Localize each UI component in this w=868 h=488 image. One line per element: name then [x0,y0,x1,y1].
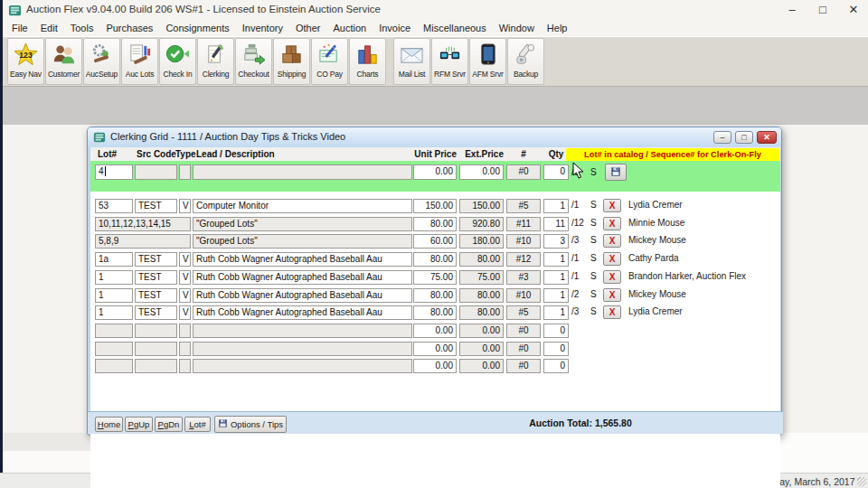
src-code-field[interactable] [135,359,177,373]
menu-item-edit[interactable]: Edit [34,21,64,35]
description-field[interactable] [193,359,412,373]
toolbar-button-clerking[interactable]: Clerking [197,38,234,85]
src-code-field[interactable]: TEST [135,288,177,303]
save-button[interactable] [605,164,627,181]
lot-field[interactable] [95,342,133,356]
entry-type-input[interactable] [179,164,191,180]
toolbar-button-rfm-srvr[interactable]: RFM Srvr [431,38,468,85]
menu-item-help[interactable]: Help [541,21,574,35]
description-field[interactable]: Ruth Cobb Wagner Autographed Baseball Aa… [193,288,412,303]
page-up-button[interactable]: PgUp [125,417,153,432]
qty-field[interactable]: 1 [543,270,569,285]
entry-unit-price-input[interactable]: 0.00 [413,164,457,180]
toolbar-button-customer[interactable]: Customer [45,38,82,85]
type-field[interactable]: V [179,252,191,267]
toolbar-button-co-pay[interactable]: CO Pay [311,38,348,85]
description-field[interactable]: Ruth Cobb Wagner Autographed Baseball Aa… [193,252,412,267]
lot-field[interactable]: 1a [95,252,133,267]
unit-price-field[interactable]: 150.00 [413,199,457,213]
menu-item-miscellaneous[interactable]: Miscellaneous [417,21,493,35]
delete-row-button[interactable]: X [603,234,621,248]
dialog-titlebar[interactable]: Clerking Grid - 1111 / Auction Day Tips … [88,127,781,147]
toolbar-button-check-in[interactable]: Check In [159,38,196,85]
menu-item-tools[interactable]: Tools [64,21,100,35]
qty-field[interactable]: 0 [543,342,569,356]
description-field[interactable]: Ruth Cobb Wagner Autographed Baseball Aa… [193,305,412,320]
minimize-button[interactable]: – [778,1,806,19]
toolbar-button-afm-srvr[interactable]: AFM Srvr [469,38,506,85]
unit-price-field[interactable]: 80.00 [413,217,457,231]
unit-price-field[interactable]: 80.00 [413,305,457,320]
delete-row-button[interactable]: X [603,199,621,212]
menu-item-consignments[interactable]: Consignments [159,21,235,35]
lot-field[interactable]: 1 [95,288,133,303]
delete-row-button[interactable]: X [603,217,621,230]
menu-item-purchases[interactable]: Purchases [99,21,159,35]
lot-field[interactable] [95,359,133,373]
delete-row-button[interactable]: X [603,288,621,302]
toolbar-button-checkout[interactable]: Checkout [235,38,272,85]
type-field[interactable]: V [179,305,191,320]
unit-price-field[interactable]: 75.00 [413,270,457,285]
unit-price-field[interactable]: 80.00 [413,288,457,303]
lot-field[interactable]: 1 [95,305,133,320]
menu-item-auction[interactable]: Auction [326,21,373,35]
qty-field[interactable]: 3 [543,234,569,249]
type-field[interactable]: V [179,199,191,213]
src-code-field[interactable]: TEST [135,199,177,213]
maximize-button[interactable]: □ [809,1,836,19]
qty-field[interactable]: 1 [543,199,569,213]
entry-bidder-number-input[interactable]: #0 [506,164,541,180]
toolbar-button-mail-list[interactable]: Mail List [393,38,430,85]
menu-item-window[interactable]: Window [493,21,541,35]
dialog-minimize-button[interactable]: – [713,131,731,144]
qty-field[interactable]: 11 [543,217,569,231]
toolbar-button-backup[interactable]: Backup [507,38,544,85]
lot-field[interactable] [95,324,133,338]
lot-field[interactable]: 53 [95,199,133,213]
type-field[interactable] [179,324,191,338]
type-field[interactable]: V [179,270,191,285]
page-down-button[interactable]: PgDn [155,417,183,432]
src-code-field[interactable]: TEST [135,305,177,320]
lot-field[interactable]: 10,11,12,13,14,15 [95,217,191,231]
lot-field[interactable]: 5,8,9 [95,234,191,249]
home-button[interactable]: Home [95,417,123,432]
toolbar-button-charts[interactable]: Charts [349,38,386,85]
src-code-field[interactable] [135,324,177,338]
type-field[interactable] [179,359,191,373]
dialog-maximize-button[interactable]: □ [735,131,753,144]
qty-field[interactable]: 1 [543,252,569,267]
delete-row-button[interactable]: X [603,305,621,319]
entry-ext-price-input[interactable]: 0.00 [459,164,504,180]
toolbar-button-shipping[interactable]: Shipping [273,38,310,85]
src-code-field[interactable]: TEST [135,270,177,285]
unit-price-field[interactable]: 0.00 [413,359,457,373]
qty-field[interactable]: 0 [543,359,569,373]
goto-lot-button[interactable]: Lot# [184,417,211,432]
resize-grip[interactable] [857,477,866,486]
qty-field[interactable]: 1 [543,288,569,303]
delete-row-button[interactable]: X [603,270,621,284]
src-code-field[interactable]: TEST [135,252,177,267]
menu-item-file[interactable]: File [5,21,34,35]
toolbar-button-aucsetup[interactable]: AucSetup [83,38,120,85]
unit-price-field[interactable]: 80.00 [413,252,457,267]
description-field[interactable]: "Grouped Lots" [193,234,412,249]
qty-field[interactable]: 1 [543,305,569,320]
dialog-close-button[interactable]: ✕ [757,131,777,144]
unit-price-field[interactable]: 0.00 [413,342,457,356]
qty-field[interactable]: 0 [543,324,569,338]
type-field[interactable] [179,342,191,356]
src-code-field[interactable] [135,342,177,356]
toolbar-button-easy-nav[interactable]: 123Easy Nav [7,38,44,85]
type-field[interactable]: V [179,288,191,303]
description-field[interactable]: Ruth Cobb Wagner Autographed Baseball Aa… [193,270,412,285]
options-tips-button[interactable]: Options / Tips [214,416,287,433]
menu-item-other[interactable]: Other [289,21,327,35]
menu-item-inventory[interactable]: Inventory [236,21,289,35]
entry-description-input[interactable] [193,164,412,180]
menu-item-invoice[interactable]: Invoice [373,21,417,35]
entry-src-input[interactable] [135,164,177,180]
description-field[interactable] [193,324,412,338]
